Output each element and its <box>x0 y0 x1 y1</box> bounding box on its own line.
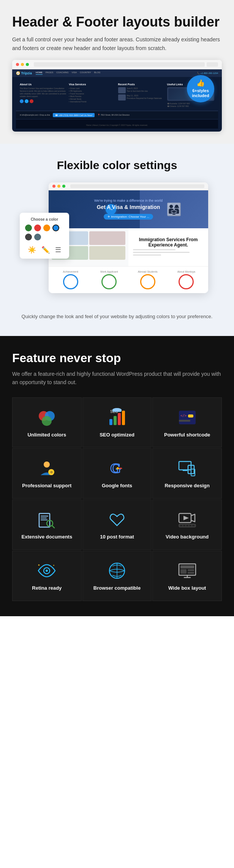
browser-bar-color <box>49 182 208 190</box>
swatch-red[interactable] <box>34 224 41 231</box>
icon-widebox <box>177 560 198 581</box>
svg-text:✦: ✦ <box>38 563 40 567</box>
swatch-green[interactable] <box>25 224 32 231</box>
svg-rect-5 <box>118 413 121 425</box>
color-stat-circle-1 <box>63 274 78 289</box>
mock-nav-blog: BLOG <box>94 71 101 75</box>
browser-mockup-1: 🧭 Tripzia HOME PAGES COACHING VISA COUNT… <box>12 60 222 132</box>
mock-email: ✉ info@example.com • Drop.us.line <box>20 114 50 116</box>
mock-social-icons <box>20 99 67 103</box>
mock-post-text-2: May 11, 2023Procedure Required for Forei… <box>127 94 162 100</box>
icon-retina: ✦ ✦ <box>36 560 57 581</box>
color-picker-widget[interactable]: Choose a color ☀️ ✏️ ☰ <box>20 213 69 259</box>
swatch-orange[interactable] <box>43 224 50 231</box>
feature-google: G Google fonts <box>82 448 152 499</box>
color-services-line3 <box>133 254 161 256</box>
features-section: Feature never stop We offer a feature-ri… <box>0 336 234 616</box>
svg-point-14 <box>44 461 50 468</box>
mock-col-visa: Visa Services • Green card• PR Applicant… <box>69 83 116 108</box>
sun-icon[interactable]: ☀️ <box>28 246 36 254</box>
menu-icon[interactable]: ☰ <box>55 246 61 254</box>
color-dot-red <box>52 185 55 188</box>
color-stats-row: Achievement Work Applicant Abroad Studen… <box>49 266 208 293</box>
color-stat-label-4: About Montoya <box>168 270 205 273</box>
svg-marker-30 <box>183 516 189 520</box>
color-url-bar <box>70 184 204 188</box>
mock-col-visa-title: Visa Services <box>69 83 116 86</box>
color-stat-4: About Montoya <box>168 270 205 289</box>
feature-responsive: Responsive design <box>152 448 222 499</box>
swatch-blue[interactable] <box>52 224 59 231</box>
feature-seo: SEO SEO optimized <box>82 397 152 448</box>
color-services-line1 <box>133 249 176 250</box>
feature-retina: ✦ ✦ Retina ready <box>12 551 82 601</box>
browser-dot-red <box>16 63 19 66</box>
feature-label-video: Video background <box>166 534 209 540</box>
svg-rect-32 <box>180 525 182 526</box>
color-site-content: We're trying to make a difference in the… <box>49 190 208 293</box>
color-stat-1: Achievement <box>52 270 89 289</box>
svg-rect-35 <box>190 525 191 526</box>
browser-dot-yellow <box>21 63 24 66</box>
color-stat-3: Abroad Students <box>130 270 166 289</box>
svg-rect-36 <box>193 525 194 526</box>
mock-address-ontario: ☎ Ontario: 1234 567 890 <box>167 105 214 108</box>
mock-nav-pages: PAGES <box>46 71 53 75</box>
feature-label-retina: Retina ready <box>32 585 62 592</box>
feature-label-google: Google fonts <box>102 483 132 489</box>
color-dot-green <box>62 185 65 188</box>
svg-rect-25 <box>41 518 47 518</box>
swatch-dark[interactable] <box>25 234 32 240</box>
color-hero-btn[interactable]: ✈ Immigration: Choose Your ... <box>104 214 153 220</box>
color-stat-circle-4 <box>179 274 194 289</box>
mock-social-fb <box>20 99 24 103</box>
svg-rect-26 <box>41 520 47 520</box>
svg-rect-45 <box>180 569 187 574</box>
svg-rect-44 <box>180 565 194 568</box>
svg-point-2 <box>42 416 52 426</box>
icon-video <box>177 509 198 530</box>
feature-label-browser: Browser compatible <box>93 585 141 592</box>
color-settings-section: Flexible color settings Choose a color ☀… <box>0 144 234 336</box>
section1-title: Header & Footer layouts builder <box>12 14 222 30</box>
svg-point-38 <box>46 570 48 572</box>
feature-support: ⚙ Professional support <box>12 448 82 499</box>
browser-dot-green <box>26 63 29 66</box>
section2-description: Quickly change the look and feel of your… <box>12 313 222 321</box>
browser-url-bar <box>34 62 205 67</box>
mock-social-tw <box>25 99 28 103</box>
svg-rect-13 <box>179 420 190 422</box>
mock-contact-bar: ✉ info@example.com • Drop.us.line ☎ +69 … <box>16 111 218 119</box>
color-hero-text-area: We're trying to make a difference in the… <box>55 199 202 220</box>
color-hero: We're trying to make a difference in the… <box>49 190 208 228</box>
color-picker-label: Choose a color <box>25 217 64 221</box>
color-stat-circle-3 <box>140 274 155 289</box>
feature-label-unlimited-colors: Unlimited colors <box>27 432 66 438</box>
mock-copyright-bar: Home | About | Contact Us | Copyright © … <box>16 119 218 129</box>
svg-rect-47 <box>188 572 194 574</box>
mock-about-text: The Most Content Visa and Immigration Co… <box>20 87 67 98</box>
color-stat-label-2: Work Applicant <box>91 270 128 273</box>
color-img-2 <box>89 231 126 245</box>
icon-docs <box>36 509 57 530</box>
mock-nav-country: COUNTRY <box>80 71 91 75</box>
mock-nav-links: HOME PAGES COACHING VISA COUNTRY BLOG <box>36 71 193 75</box>
eyedropper-icon[interactable]: ✏️ <box>41 246 50 254</box>
feature-video: Video background <box>152 499 222 550</box>
icon-shortcode: </> <box>177 407 198 428</box>
color-dot-yellow <box>57 185 60 188</box>
swatch-slate[interactable] <box>34 234 41 240</box>
svg-text:✦: ✦ <box>53 564 55 567</box>
mock-nav-home: HOME <box>36 71 43 75</box>
svg-rect-34 <box>187 525 188 526</box>
color-swatches <box>25 224 64 240</box>
color-tools: ☀️ ✏️ ☰ <box>25 246 64 254</box>
header-footer-section: Header & Footer layouts builder Get a fu… <box>0 0 234 144</box>
mock-nav-visa: VISA <box>72 71 77 75</box>
browser-mockup-color: We're trying to make a difference in the… <box>49 182 208 293</box>
mock-col-posts: Recent Posts June 8, 2023Tips to fast-tr… <box>118 83 165 108</box>
color-stat-2: Work Applicant <box>91 270 128 289</box>
mock-visa-list: • Green card• PR Applicants• Travel Insu… <box>69 87 116 103</box>
icon-browser <box>106 560 128 581</box>
svg-rect-24 <box>41 516 48 516</box>
